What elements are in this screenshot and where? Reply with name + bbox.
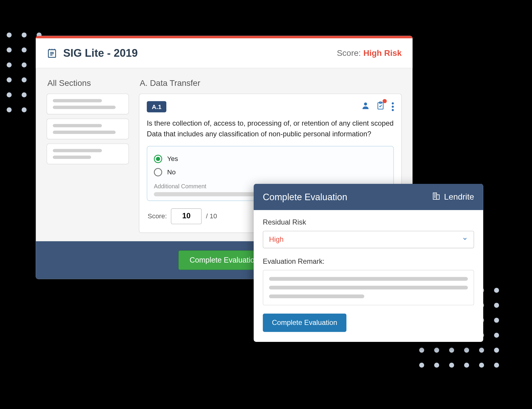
- clipboard-check-icon[interactable]: [376, 101, 385, 112]
- modal-title: Complete Evaluation: [263, 191, 431, 202]
- score-value: High Risk: [363, 48, 402, 58]
- evaluation-remark-label: Evaluation Remark:: [263, 257, 474, 266]
- sidebar-heading: All Sections: [46, 78, 129, 88]
- score-label: Score:: [337, 48, 361, 58]
- panel-top-accent: [36, 36, 412, 38]
- question-tag: A.1: [147, 101, 166, 112]
- section-item[interactable]: [46, 143, 129, 164]
- section-item[interactable]: [46, 119, 129, 139]
- building-icon: [431, 191, 441, 203]
- panel-header: SIG Lite - 2019 Score: High Risk: [36, 38, 412, 68]
- question-score-input[interactable]: 10: [171, 208, 202, 224]
- assessment-title: SIG Lite - 2019: [63, 47, 337, 59]
- notepad-icon: [46, 48, 57, 58]
- assignee-icon[interactable]: [361, 101, 370, 112]
- modal-header: Complete Evaluation Lendrite: [254, 184, 483, 210]
- answer-option-label: Yes: [167, 155, 178, 162]
- vendor-name: Lendrite: [444, 192, 474, 202]
- svg-rect-10: [433, 193, 436, 199]
- question-score-max: / 10: [206, 212, 217, 220]
- answer-option-yes[interactable]: Yes: [154, 152, 387, 165]
- svg-rect-11: [436, 195, 439, 199]
- residual-risk-label: Residual Risk: [263, 218, 474, 227]
- svg-point-7: [364, 102, 367, 105]
- answer-option-label: No: [167, 168, 176, 176]
- question-menu-icon[interactable]: [391, 102, 394, 110]
- radio-icon: [154, 154, 162, 163]
- notification-dot: [383, 99, 387, 103]
- residual-risk-select[interactable]: High: [263, 231, 474, 248]
- vendor-brand: Lendrite: [431, 191, 474, 203]
- question-score-label: Score:: [148, 212, 167, 220]
- answer-option-no[interactable]: No: [154, 165, 387, 179]
- evaluation-remark-input[interactable]: [263, 270, 474, 305]
- modal-complete-button[interactable]: Complete Evaluation: [263, 313, 346, 332]
- complete-evaluation-modal: Complete Evaluation Lendrite Residual Ri…: [254, 184, 483, 342]
- radio-icon: [154, 168, 162, 176]
- residual-risk-value: High: [269, 235, 283, 244]
- sections-sidebar: All Sections: [46, 78, 129, 233]
- question-section-heading: A. Data Transfer: [139, 78, 402, 88]
- section-item[interactable]: [46, 94, 129, 114]
- chevron-down-icon: [462, 236, 468, 243]
- question-text: Is there collection of, access to, proce…: [147, 118, 394, 140]
